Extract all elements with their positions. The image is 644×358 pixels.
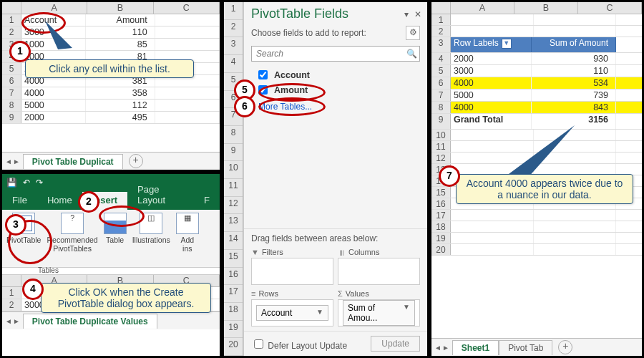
ribbon-recommended-button[interactable]: ? Recommended PivotTables: [44, 213, 100, 267]
ribbon-tab-page-layout[interactable]: Page Layout: [127, 181, 194, 210]
table-row[interactable]: 42000930: [431, 53, 642, 65]
step-6-badge: 6: [234, 96, 255, 117]
pane-subtitle: Choose fields to add to report:: [251, 28, 366, 38]
ribbon-table-label: Table: [106, 236, 124, 244]
ribbon-tab-file[interactable]: File: [2, 192, 37, 210]
table-row[interactable]: 75000739: [431, 90, 642, 102]
defer-label: Defer Layout Update: [268, 341, 347, 351]
sheet-tab-pivot[interactable]: Pivot Tab: [499, 340, 552, 355]
table-row[interactable]: 92000495: [2, 112, 220, 124]
col-b-header[interactable]: B: [87, 2, 153, 14]
col-a-header[interactable]: A: [21, 2, 87, 14]
table-row[interactable]: 20: [431, 244, 642, 256]
sum-of-amount-header: Sum of Amount: [532, 37, 617, 52]
pivot-header-row: 3 Row Labels▼ Sum of Amount: [431, 37, 642, 53]
pane-dropdown-icon[interactable]: ▾: [404, 9, 409, 19]
callout-step-1: Click any cell within the list.: [25, 59, 194, 78]
svg-marker-1: [509, 125, 575, 178]
ribbon-tab-home[interactable]: Home: [37, 192, 82, 210]
sheet-nav-2[interactable]: ◄►: [2, 317, 23, 325]
row-labels-filter-icon[interactable]: ▼: [502, 39, 512, 49]
field-account[interactable]: Account: [255, 67, 420, 82]
table-row[interactable]: 74000358: [2, 87, 220, 100]
search-input[interactable]: [252, 47, 404, 61]
row-labels-header[interactable]: Row Labels▼: [451, 37, 532, 52]
table-row[interactable]: 84000843: [431, 102, 642, 114]
sheet-nav[interactable]: ◄►: [2, 158, 23, 165]
table-row[interactable]: 53000110: [431, 65, 642, 77]
rows-area[interactable]: Account ▼: [251, 299, 333, 326]
pane-title: PivotTable Fields: [251, 6, 348, 21]
recommended-pivottables-icon: ?: [61, 213, 84, 234]
sheet-tab-2[interactable]: Pivot Table Duplicate Values: [23, 314, 157, 329]
pivottable-fields-pane: PivotTable Fields ▾ ✕ Choose fields to a…: [243, 2, 427, 356]
ribbon-group-tables-label: Tables: [2, 266, 220, 274]
chevron-down-icon[interactable]: ▼: [316, 308, 323, 318]
middle-row-headers: 1234567891011121314151617181920: [224, 2, 243, 356]
step-3-badge: 3: [5, 214, 26, 236]
table-row[interactable]: 2: [431, 26, 642, 37]
gear-icon[interactable]: ⚙: [406, 26, 420, 40]
ribbon-illustrations-label: Illustrations: [132, 236, 170, 244]
p4-col-a[interactable]: A: [451, 2, 514, 14]
redo-icon[interactable]: ↷: [36, 178, 43, 188]
defer-layout-update[interactable]: Defer Layout Update: [251, 337, 347, 351]
columns-area[interactable]: [338, 258, 420, 285]
pane-close-icon[interactable]: ✕: [414, 9, 421, 19]
search-icon[interactable]: 🔍: [404, 47, 419, 61]
rows-area-title: ≡Rows: [251, 289, 333, 299]
field-account-checkbox[interactable]: [258, 70, 268, 79]
col-c-header[interactable]: C: [154, 2, 220, 14]
step-2-badge: 2: [78, 191, 99, 213]
defer-checkbox[interactable]: [254, 339, 263, 349]
ribbon-addins-button[interactable]: ▦ Add ins: [173, 213, 199, 267]
new-sheet-button-4[interactable]: +: [558, 340, 572, 354]
highlight-field-amount: [258, 97, 326, 116]
callout-step-4: Click OK when the Create PivotTable dial…: [41, 283, 211, 313]
p4-col-b[interactable]: B: [514, 2, 578, 14]
sheet-nav-4[interactable]: ◄►: [431, 344, 452, 352]
update-button[interactable]: Update: [371, 336, 420, 352]
table-row[interactable]: 3100085: [2, 39, 220, 51]
ribbon-addins-label: Add ins: [180, 236, 194, 253]
filters-area[interactable]: [251, 258, 333, 285]
step-4-badge: 4: [22, 279, 44, 300]
ribbon-tab-more[interactable]: F: [194, 192, 220, 210]
table-row[interactable]: 1: [431, 14, 642, 26]
addins-icon: ▦: [176, 213, 199, 234]
rows-area-item[interactable]: Account ▼: [256, 305, 328, 321]
chevron-down-icon[interactable]: ▼: [403, 303, 410, 323]
svg-marker-0: [45, 21, 72, 49]
values-area-item[interactable]: Sum of Amou... ▼: [343, 300, 415, 326]
values-area[interactable]: Sum of Amou... ▼: [338, 299, 420, 326]
rows-area-item-label: Account: [261, 308, 292, 318]
values-area-title: ΣValues: [338, 289, 420, 299]
field-search[interactable]: 🔍: [251, 46, 420, 62]
field-account-label: Account: [274, 70, 310, 80]
columns-area-title: ⫼Columns: [338, 248, 420, 258]
new-sheet-button[interactable]: +: [129, 154, 143, 168]
sheet-tab-sheet1[interactable]: Sheet1: [452, 340, 499, 355]
undo-icon[interactable]: ↶: [23, 178, 30, 188]
highlight-insert-tab: [99, 205, 145, 227]
ribbon-recommended-label: Recommended PivotTables: [47, 236, 97, 253]
p4-col-c[interactable]: C: [578, 2, 642, 14]
filters-area-title: ▼Filters: [251, 248, 333, 258]
table-row[interactable]: 19: [431, 233, 642, 244]
step-7-badge: 7: [439, 165, 460, 187]
table-row[interactable]: 18: [431, 221, 642, 233]
drag-fields-label: Drag fields between areas below:: [244, 228, 427, 248]
callout-step-7: Account 4000 appears twice due to a nuan…: [456, 174, 633, 204]
save-icon[interactable]: 💾: [6, 178, 17, 188]
step-1-badge: 1: [9, 41, 31, 62]
table-row[interactable]: 17: [431, 210, 642, 221]
values-area-item-label: Sum of Amou...: [348, 303, 403, 323]
table-row[interactable]: 85000112: [2, 100, 220, 112]
sheet-tab[interactable]: Pivot Table Duplicat: [23, 154, 123, 169]
table-row[interactable]: 64000534: [431, 77, 642, 90]
